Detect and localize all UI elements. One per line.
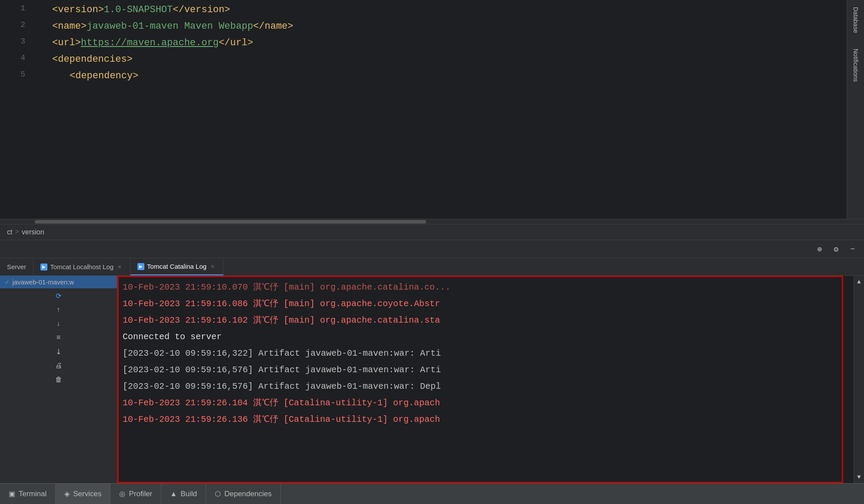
database-label[interactable]: Database [852,3,859,37]
log-container: 10-Feb-2023 21:59:10.070 淇℃伃 [main] org.… [117,276,864,483]
list-btn[interactable]: ≡ [53,332,65,344]
server-item[interactable]: ✓ javaweb-01-maven:w [0,276,117,288]
log-line-4: [2023-02-10 09:59:16,322] Artifact javaw… [123,345,848,362]
status-tab-profiler[interactable]: ◎ Profiler [110,484,161,504]
tomcat-localhost-icon: ▶ [40,264,47,270]
down-btn[interactable]: ↓ [53,318,65,330]
tab-server[interactable]: Server [0,258,33,275]
tab-tomcat-localhost-label: Tomcat Localhost Log [50,263,113,270]
terminal-label: Terminal [19,490,47,498]
dependencies-icon: ⬡ [215,490,221,498]
services-icon: ◈ [64,490,70,498]
log-line-3: Connected to server [123,329,848,345]
tomcat-catalina-icon: ▶ [137,263,144,270]
tab-server-label: Server [7,263,26,270]
status-tab-build[interactable]: ▲ Build [161,484,206,504]
tabs-row: Server ▶ Tomcat Localhost Log ✕ ▶ Tomcat… [0,258,864,276]
download-btn[interactable]: ⤓ [53,346,65,358]
settings-icon[interactable]: ⚙ [830,243,842,255]
server-check-icon: ✓ [5,278,9,286]
tab-tomcat-localhost-close[interactable]: ✕ [116,264,123,270]
minimize-icon[interactable]: − [847,243,859,255]
build-label: Build [180,490,197,498]
log-line-2: 10-Feb-2023 21:59:16.102 淇℃伃 [main] org.… [123,312,848,329]
log-line-0: 10-Feb-2023 21:59:10.070 淇℃伃 [main] org.… [123,279,848,296]
server-action-buttons: ⟳ ↑ ↓ ≡ ⤓ 🖨 🗑 [0,288,117,387]
status-tab-services[interactable]: ◈ Services [56,484,110,504]
print-btn[interactable]: 🖨 [53,360,65,372]
profiler-icon: ◎ [119,490,125,498]
bottom-panel: ⊕ ⚙ − Server ▶ Tomcat Localhost Log ✕ ▶ … [0,240,864,483]
panel-body: ✓ javaweb-01-maven:w ⟳ ↑ ↓ ≡ ⤓ 🖨 🗑 10-Fe… [0,276,864,483]
status-bar: ▣ Terminal ◈ Services ◎ Profiler ▲ Build… [0,483,864,504]
tab-tomcat-catalina-close[interactable]: ✕ [209,263,216,270]
editor-content: 1 2 3 4 5 <version>1.0-SNAPSHOT</version… [0,0,864,219]
scrollbar-thumb[interactable] [35,220,426,224]
scroll-up-btn[interactable]: ▲ [855,277,864,286]
right-sidebar: Database Notifications [847,0,864,219]
panel-toolbar: ⊕ ⚙ − [0,240,864,258]
log-line-8: 10-Feb-2023 21:59:26.136 淇℃伃 [Catalina-u… [123,411,848,428]
log-area[interactable]: 10-Feb-2023 21:59:10.070 淇℃伃 [main] org.… [117,276,854,483]
line-numbers: 1 2 3 4 5 [0,0,30,83]
log-line-1: 10-Feb-2023 21:59:16.086 淇℃伃 [main] org.… [123,296,848,312]
server-sidebar: ✓ javaweb-01-maven:w ⟳ ↑ ↓ ≡ ⤓ 🖨 🗑 [0,276,117,483]
breadcrumb-ct: ct [7,228,12,236]
breadcrumb-sep: > [15,228,19,236]
redeploy-btn[interactable]: ⟳ [53,290,65,302]
notifications-label[interactable]: Notifications [852,45,859,85]
code-line-4: <dependencies> [35,51,864,68]
log-scrollbar[interactable]: ▲ ▼ [854,276,864,483]
server-name-label: javaweb-01-maven:w [12,278,74,286]
add-icon[interactable]: ⊕ [814,243,826,255]
code-line-2: <name>javaweb-01-maven Maven Webapp</nam… [35,18,864,35]
up-btn[interactable]: ↑ [53,304,65,316]
breadcrumb-version: version [22,228,44,236]
log-line-5: [2023-02-10 09:59:16,576] Artifact javaw… [123,362,848,378]
status-tab-dependencies[interactable]: ⬡ Dependencies [206,484,281,504]
scroll-down-btn[interactable]: ▼ [855,473,864,481]
breadcrumb-bar: ct > version [0,224,864,240]
delete-btn[interactable]: 🗑 [53,374,65,386]
build-icon: ▲ [170,490,177,498]
code-line-1: <version>1.0-SNAPSHOT</version> [35,2,864,18]
status-tab-terminal[interactable]: ▣ Terminal [0,484,56,504]
horizontal-scrollbar[interactable] [0,219,864,224]
tab-tomcat-localhost[interactable]: ▶ Tomcat Localhost Log ✕ [33,258,130,275]
tab-tomcat-catalina-label: Tomcat Catalina Log [147,263,207,270]
profiler-label: Profiler [129,490,152,498]
services-label: Services [73,490,101,498]
code-line-3: <url>https://maven.apache.org</url> [35,35,864,51]
log-line-7: 10-Feb-2023 21:59:26.104 淇℃伃 [Catalina-u… [123,395,848,411]
tab-tomcat-catalina[interactable]: ▶ Tomcat Catalina Log ✕ [130,258,224,275]
log-line-6: [2023-02-10 09:59:16,576] Artifact javaw… [123,378,848,395]
dependencies-label: Dependencies [224,490,272,498]
editor-area: 1 2 3 4 5 <version>1.0-SNAPSHOT</version… [0,0,864,224]
code-line-5: <dependency> [35,68,864,84]
terminal-icon: ▣ [9,490,15,498]
